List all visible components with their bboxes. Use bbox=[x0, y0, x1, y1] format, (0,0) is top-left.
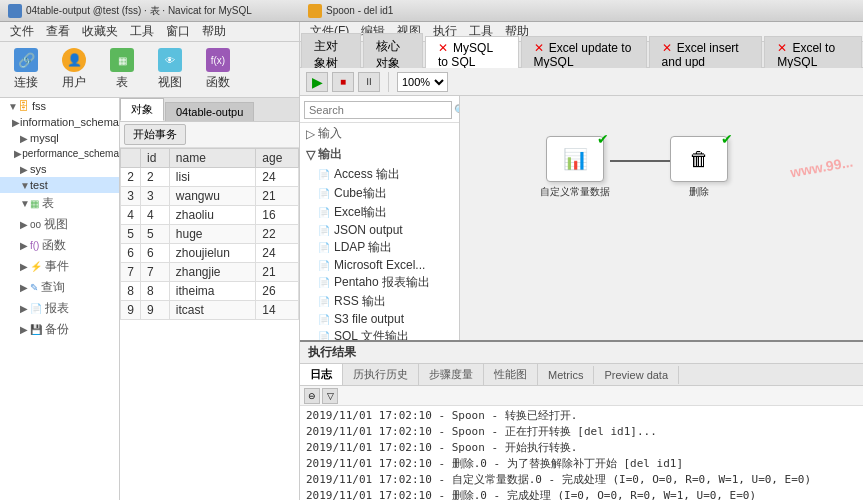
stop-button[interactable]: ■ bbox=[332, 72, 354, 92]
tree-section-report[interactable]: ▶ 📄 报表 bbox=[0, 298, 119, 319]
log-line: 2019/11/01 17:02:10 - Spoon - 转换已经打开. bbox=[306, 408, 857, 424]
exec-tab-history[interactable]: 历执行历史 bbox=[343, 364, 419, 385]
exec-panel: 执行结果 日志 历执行历史 步骤度量 性能图 Metrics Preview d… bbox=[300, 340, 863, 500]
arrow-icon: ▶ bbox=[20, 303, 30, 314]
tree-item-label: S3 file output bbox=[334, 312, 404, 326]
tab-objects[interactable]: 对象 bbox=[120, 98, 164, 121]
tree-item-sys[interactable]: ▶ sys bbox=[0, 161, 119, 177]
output-tree-item[interactable]: 📄RSS 输出 bbox=[300, 292, 459, 311]
table-row[interactable]: 6 6 zhoujielun 24 bbox=[121, 244, 299, 263]
tree-section-event[interactable]: ▶ ⚡ 事件 bbox=[0, 256, 119, 277]
arrow-icon: ▶ bbox=[20, 240, 30, 251]
tab-close-icon[interactable]: ✕ bbox=[534, 41, 544, 55]
exec-filter-btn[interactable]: ▽ bbox=[322, 388, 338, 404]
exec-tab-log[interactable]: 日志 bbox=[300, 364, 343, 385]
log-line: 2019/11/01 17:02:10 - 删除.0 - 完成处理 (I=0, … bbox=[306, 488, 857, 500]
input-tree-group[interactable]: ▷ 输入 bbox=[300, 123, 459, 144]
output-tree-item[interactable]: 📄LDAP 输出 bbox=[300, 238, 459, 257]
tree-item-icon: 📄 bbox=[318, 331, 330, 340]
col-age[interactable]: age bbox=[256, 149, 299, 168]
cell-name: zhaoliu bbox=[169, 206, 256, 225]
output-tree-group[interactable]: ▽ 输出 bbox=[300, 144, 459, 165]
output-tree-item[interactable]: 📄SQL 文件输出 bbox=[300, 327, 459, 340]
canvas-node-custom-data[interactable]: 📊 ✔ 自定义常量数据 bbox=[540, 136, 610, 199]
table-button[interactable]: ▦ 表 bbox=[100, 47, 144, 93]
tree-item-icon: 📄 bbox=[318, 225, 330, 236]
table-row[interactable]: 9 9 itcast 14 bbox=[121, 301, 299, 320]
menu-view[interactable]: 查看 bbox=[40, 23, 76, 40]
table-row[interactable]: 7 7 zhangjie 21 bbox=[121, 263, 299, 282]
cell-age: 22 bbox=[256, 225, 299, 244]
menu-file[interactable]: 文件 bbox=[4, 23, 40, 40]
menu-help[interactable]: 帮助 bbox=[196, 23, 232, 40]
output-tree-item[interactable]: 📄Microsoft Excel... bbox=[300, 257, 459, 273]
menu-favorites[interactable]: 收藏夹 bbox=[76, 23, 124, 40]
output-tree-item[interactable]: 📄S3 file output bbox=[300, 311, 459, 327]
tree-root-fss[interactable]: ▼ 🗄 fss bbox=[0, 98, 119, 114]
col-name[interactable]: name bbox=[169, 149, 256, 168]
cell-id: 6 bbox=[141, 244, 170, 263]
pause-button[interactable]: ⏸ bbox=[358, 72, 380, 92]
arrow-icon: ▶ bbox=[20, 324, 30, 335]
tree-section-query[interactable]: ▶ ✎ 查询 bbox=[0, 277, 119, 298]
tree-item-icon: 📄 bbox=[318, 277, 330, 288]
cell-age: 16 bbox=[256, 206, 299, 225]
output-tree-item[interactable]: 📄Pentaho 报表输出 bbox=[300, 273, 459, 292]
table-row[interactable]: 2 2 lisi 24 bbox=[121, 168, 299, 187]
output-tree-item[interactable]: 📄Excel输出 bbox=[300, 203, 459, 222]
tree-section-table[interactable]: ▼ ▦ 表 bbox=[0, 193, 119, 214]
arrow-icon: ▼ bbox=[20, 180, 30, 191]
table-row[interactable]: 3 3 wangwu 21 bbox=[121, 187, 299, 206]
cell-name: lisi bbox=[169, 168, 256, 187]
tree-item-information[interactable]: ▶ information_schema bbox=[0, 114, 119, 130]
user-button[interactable]: 👤 用户 bbox=[52, 47, 96, 93]
tab-output[interactable]: 04table-outpu bbox=[165, 102, 254, 121]
tree-item-label: JSON output bbox=[334, 223, 403, 237]
tree-section-backup[interactable]: ▶ 💾 备份 bbox=[0, 319, 119, 340]
right-panel: Spoon - del id1 文件(F) 编辑 视图 执行 工具 帮助 主对象… bbox=[300, 0, 863, 500]
cell-name: huge bbox=[169, 225, 256, 244]
tree-section-oo[interactable]: ▶ oo 视图 bbox=[0, 214, 119, 235]
right-title-bar: Spoon - del id1 bbox=[300, 0, 863, 22]
canvas-area: 📊 ✔ 自定义常量数据 � bbox=[460, 96, 863, 340]
tree-item-label: SQL 文件输出 bbox=[334, 328, 409, 340]
cell-age: 14 bbox=[256, 301, 299, 320]
user-icon: 👤 bbox=[62, 48, 86, 72]
cell-rownum: 3 bbox=[121, 187, 141, 206]
play-button[interactable]: ▶ bbox=[306, 72, 328, 92]
tab-close-icon[interactable]: ✕ bbox=[438, 41, 448, 55]
menu-tools[interactable]: 工具 bbox=[124, 23, 160, 40]
table-row[interactable]: 5 5 huge 22 bbox=[121, 225, 299, 244]
tab-close-icon[interactable]: ✕ bbox=[662, 41, 672, 55]
col-rownum bbox=[121, 149, 141, 168]
tree-section-func[interactable]: ▶ f() 函数 bbox=[0, 235, 119, 256]
tree-item-test[interactable]: ▼ test bbox=[0, 177, 119, 193]
left-panel: 04table-output @test (fss) · 表 · Navicat… bbox=[0, 0, 300, 500]
output-tree-item[interactable]: 📄JSON output bbox=[300, 222, 459, 238]
view-button[interactable]: 👁 视图 bbox=[148, 47, 192, 93]
cell-name: zhoujielun bbox=[169, 244, 256, 263]
exec-clear-btn[interactable]: ⊖ bbox=[304, 388, 320, 404]
output-tree-item[interactable]: 📄Cube输出 bbox=[300, 184, 459, 203]
exec-tab-preview[interactable]: Preview data bbox=[594, 366, 679, 384]
table-row[interactable]: 8 8 itheima 26 bbox=[121, 282, 299, 301]
exec-tab-steps[interactable]: 步骤度量 bbox=[419, 364, 484, 385]
tab-close-icon[interactable]: ✕ bbox=[777, 41, 787, 55]
zoom-select[interactable]: 100% 75% 50% 150% bbox=[397, 72, 448, 92]
arrow-icon: ▶ bbox=[20, 219, 30, 230]
connect-button[interactable]: 🔗 连接 bbox=[4, 47, 48, 93]
tree-item-performance[interactable]: ▶ performance_schema bbox=[0, 146, 119, 161]
start-transaction-btn[interactable]: 开始事务 bbox=[124, 124, 186, 145]
exec-tab-perf[interactable]: 性能图 bbox=[484, 364, 538, 385]
table-scroll[interactable]: id name age 2 2 lisi 24 3 3 wangwu 21 4 … bbox=[120, 148, 299, 500]
table-row[interactable]: 4 4 zhaoliu 16 bbox=[121, 206, 299, 225]
canvas-node-delete[interactable]: 🗑 ✔ 删除 bbox=[670, 136, 728, 199]
col-id[interactable]: id bbox=[141, 149, 170, 168]
cell-id: 5 bbox=[141, 225, 170, 244]
func-button[interactable]: f(x) 函数 bbox=[196, 47, 240, 93]
search-input[interactable] bbox=[304, 101, 452, 119]
tree-item-mysql[interactable]: ▶ mysql bbox=[0, 130, 119, 146]
output-tree-item[interactable]: 📄Access 输出 bbox=[300, 165, 459, 184]
exec-tab-metrics[interactable]: Metrics bbox=[538, 366, 594, 384]
menu-window[interactable]: 窗口 bbox=[160, 23, 196, 40]
